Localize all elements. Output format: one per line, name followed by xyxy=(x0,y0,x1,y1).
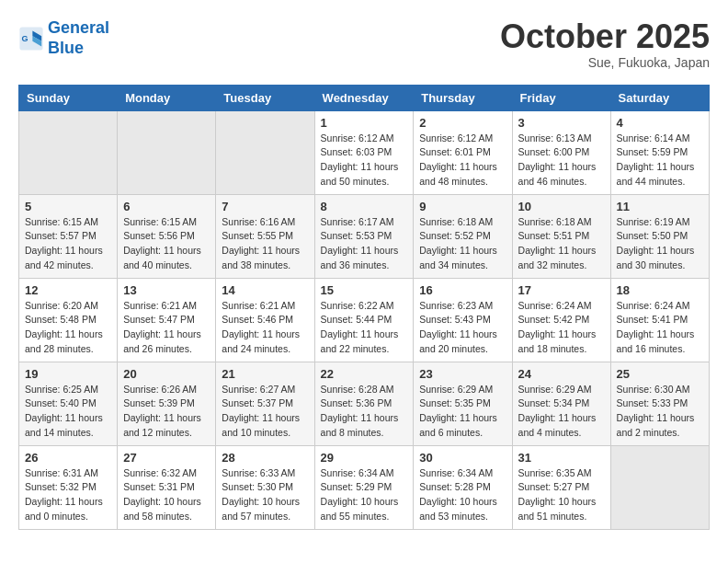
calendar-table: SundayMondayTuesdayWednesdayThursdayFrid… xyxy=(18,85,710,530)
calendar-cell: 26Sunrise: 6:31 AMSunset: 5:32 PMDayligh… xyxy=(19,445,118,529)
day-number: 28 xyxy=(222,451,308,465)
day-info-line: Daylight: 11 hours xyxy=(321,327,408,342)
day-info-line: Sunset: 5:53 PM xyxy=(321,229,408,244)
day-info-line: Sunrise: 6:19 AM xyxy=(617,215,703,230)
day-info-line: Sunrise: 6:18 AM xyxy=(419,215,506,230)
day-info-line: Daylight: 10 hours xyxy=(419,495,506,510)
day-header-monday: Monday xyxy=(118,85,216,110)
day-info-line: and 58 minutes. xyxy=(123,510,210,524)
day-info-line: Sunset: 5:56 PM xyxy=(123,229,210,244)
day-info-line: Sunset: 5:33 PM xyxy=(617,396,703,411)
day-info-line: Sunset: 5:51 PM xyxy=(518,229,605,244)
day-info-line: Sunset: 5:29 PM xyxy=(321,480,408,495)
logo-line2: Blue xyxy=(48,39,84,57)
calendar-cell: 20Sunrise: 6:26 AMSunset: 5:39 PMDayligh… xyxy=(118,362,216,445)
day-info-line: Sunrise: 6:28 AM xyxy=(321,383,408,397)
day-info-line: Daylight: 11 hours xyxy=(123,411,210,426)
day-number: 20 xyxy=(123,367,210,381)
day-info: Sunrise: 6:23 AMSunset: 5:43 PMDaylight:… xyxy=(419,299,506,357)
page-header: G General Blue October 2025 Sue, Fukuoka… xyxy=(18,18,710,70)
day-info-line: and 40 minutes. xyxy=(123,259,210,273)
day-info-line: Daylight: 11 hours xyxy=(518,411,605,426)
day-info-line: Sunrise: 6:26 AM xyxy=(123,383,210,397)
day-info-line: Sunrise: 6:17 AM xyxy=(321,215,408,230)
day-info-line: and 44 minutes. xyxy=(617,175,703,190)
day-info-line: and 42 minutes. xyxy=(25,259,111,273)
calendar-cell xyxy=(216,110,314,194)
day-info: Sunrise: 6:35 AMSunset: 5:27 PMDaylight:… xyxy=(518,466,605,524)
day-number: 13 xyxy=(123,283,210,297)
day-info: Sunrise: 6:31 AMSunset: 5:32 PMDaylight:… xyxy=(25,466,111,524)
day-info-line: Daylight: 10 hours xyxy=(123,495,210,510)
day-header-wednesday: Wednesday xyxy=(314,85,414,110)
day-info: Sunrise: 6:16 AMSunset: 5:55 PMDaylight:… xyxy=(222,215,308,273)
day-info-line: and 36 minutes. xyxy=(321,259,408,273)
day-info-line: Sunset: 5:52 PM xyxy=(419,229,506,244)
day-info: Sunrise: 6:34 AMSunset: 5:29 PMDaylight:… xyxy=(321,466,408,524)
day-number: 10 xyxy=(518,200,605,213)
day-info-line: and 38 minutes. xyxy=(222,259,308,273)
day-info: Sunrise: 6:14 AMSunset: 5:59 PMDaylight:… xyxy=(617,132,703,190)
day-number: 29 xyxy=(321,451,408,465)
month-title: October 2025 xyxy=(500,18,710,55)
day-info-line: and 4 minutes. xyxy=(518,426,605,441)
day-info-line: and 14 minutes. xyxy=(25,426,111,441)
day-info: Sunrise: 6:25 AMSunset: 5:40 PMDaylight:… xyxy=(25,383,111,441)
calendar-cell: 30Sunrise: 6:34 AMSunset: 5:28 PMDayligh… xyxy=(414,445,512,529)
day-info-line: Sunrise: 6:13 AM xyxy=(518,132,605,146)
calendar-cell: 28Sunrise: 6:33 AMSunset: 5:30 PMDayligh… xyxy=(216,445,314,529)
day-header-sunday: Sunday xyxy=(19,85,118,110)
day-info: Sunrise: 6:29 AMSunset: 5:35 PMDaylight:… xyxy=(419,383,506,441)
day-info-line: and 32 minutes. xyxy=(518,259,605,273)
calendar-week-row: 19Sunrise: 6:25 AMSunset: 5:40 PMDayligh… xyxy=(19,362,710,445)
day-info-line: Daylight: 11 hours xyxy=(25,327,111,342)
day-info-line: Sunrise: 6:33 AM xyxy=(222,466,308,481)
day-info-line: Sunrise: 6:12 AM xyxy=(419,132,506,146)
day-number: 5 xyxy=(25,200,111,213)
day-info-line: Sunset: 5:40 PM xyxy=(25,396,111,411)
day-info-line: Sunset: 6:01 PM xyxy=(419,145,506,160)
day-info-line: Daylight: 11 hours xyxy=(25,411,111,426)
day-info-line: and 48 minutes. xyxy=(419,175,506,190)
day-info-line: and 18 minutes. xyxy=(518,342,605,357)
day-number: 30 xyxy=(419,451,506,465)
calendar-cell: 23Sunrise: 6:29 AMSunset: 5:35 PMDayligh… xyxy=(414,362,512,445)
day-number: 3 xyxy=(518,116,605,130)
day-info-line: Sunset: 5:50 PM xyxy=(617,229,703,244)
day-info-line: Sunset: 5:34 PM xyxy=(518,396,605,411)
logo-icon: G xyxy=(18,26,44,52)
day-info-line: Daylight: 11 hours xyxy=(617,327,703,342)
calendar-cell xyxy=(19,110,118,194)
day-info-line: Sunset: 5:46 PM xyxy=(222,313,308,327)
day-number: 18 xyxy=(617,283,703,297)
day-info-line: Sunrise: 6:29 AM xyxy=(419,383,506,397)
day-info-line: and 10 minutes. xyxy=(222,426,308,441)
day-info: Sunrise: 6:24 AMSunset: 5:42 PMDaylight:… xyxy=(518,299,605,357)
calendar-week-row: 12Sunrise: 6:20 AMSunset: 5:48 PMDayligh… xyxy=(19,278,710,362)
day-info-line: Sunset: 5:28 PM xyxy=(419,480,506,495)
day-info-line: Sunset: 6:03 PM xyxy=(321,145,408,160)
day-info-line: Sunrise: 6:21 AM xyxy=(222,299,308,314)
calendar-cell: 11Sunrise: 6:19 AMSunset: 5:50 PMDayligh… xyxy=(610,194,709,278)
day-number: 7 xyxy=(222,200,308,213)
calendar-cell: 19Sunrise: 6:25 AMSunset: 5:40 PMDayligh… xyxy=(19,362,118,445)
day-info-line: Sunset: 5:43 PM xyxy=(419,313,506,327)
calendar-cell: 24Sunrise: 6:29 AMSunset: 5:34 PMDayligh… xyxy=(512,362,610,445)
day-info-line: Daylight: 11 hours xyxy=(123,327,210,342)
day-info-line: Sunrise: 6:16 AM xyxy=(222,215,308,230)
day-number: 14 xyxy=(222,283,308,297)
day-info-line: Sunset: 5:41 PM xyxy=(617,313,703,327)
calendar-cell: 16Sunrise: 6:23 AMSunset: 5:43 PMDayligh… xyxy=(414,278,512,362)
day-info: Sunrise: 6:18 AMSunset: 5:51 PMDaylight:… xyxy=(518,215,605,273)
day-number: 21 xyxy=(222,367,308,381)
calendar-cell: 18Sunrise: 6:24 AMSunset: 5:41 PMDayligh… xyxy=(610,278,709,362)
day-info-line: Daylight: 11 hours xyxy=(518,160,605,175)
day-info-line: Sunset: 5:47 PM xyxy=(123,313,210,327)
day-info-line: Daylight: 11 hours xyxy=(419,327,506,342)
day-info: Sunrise: 6:17 AMSunset: 5:53 PMDaylight:… xyxy=(321,215,408,273)
day-number: 26 xyxy=(25,451,111,465)
calendar-cell: 4Sunrise: 6:14 AMSunset: 5:59 PMDaylight… xyxy=(610,110,709,194)
day-info-line: Daylight: 11 hours xyxy=(617,244,703,259)
day-info-line: Daylight: 11 hours xyxy=(419,160,506,175)
day-info-line: Sunset: 5:55 PM xyxy=(222,229,308,244)
